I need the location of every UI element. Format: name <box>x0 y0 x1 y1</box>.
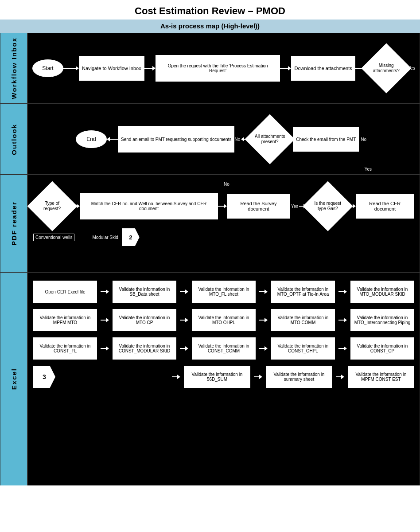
arr-r4-3 <box>336 375 344 379</box>
outlook-flow-row: End Send an email to PMT requesting supp… <box>32 121 415 157</box>
arr-r3-1 <box>101 346 109 351</box>
swimlane-outlook: Outlook End <box>0 104 420 175</box>
arrow1 <box>63 66 79 70</box>
validate-const-fl-box: Validate the information in CONST_FL <box>33 337 97 360</box>
title-text: Cost Estimation Review – PMOD <box>135 5 285 16</box>
main-title: Cost Estimation Review – PMOD <box>0 0 420 20</box>
arr-r1-4 <box>338 289 347 294</box>
swimlane-label-outlook: Outlook <box>0 104 28 174</box>
arr-r1-1 <box>101 289 109 294</box>
no-label-3: No <box>224 182 229 187</box>
read-survey-box: Read the Survey document <box>227 194 290 219</box>
arr-r2-4 <box>338 318 347 322</box>
send-email-box: Send an email to PMT requesting supporti… <box>118 126 234 153</box>
no-label-2: No <box>361 137 366 142</box>
arr-r3-2 <box>180 346 188 351</box>
modular-area: Modular Skid 2 <box>92 228 139 246</box>
arr-r4-2 <box>254 375 262 379</box>
all-attach-diamond: All attachments present? <box>250 121 289 157</box>
swimlane-workflow-inbox: Workflow Inbox Start Navigate to Workfl <box>0 33 420 104</box>
validate-const-ohpl-box: Validate the information in CONST_OHPL <box>271 337 335 360</box>
excel-row-2: Validate the information in MPFM MTO Val… <box>33 309 414 331</box>
connector-3: 3 <box>33 366 55 388</box>
arr-r3-3 <box>259 346 268 351</box>
arrow2 <box>144 66 156 70</box>
modular-skid-label: Modular Skid <box>92 235 118 240</box>
validate-56d-box: Validate the information in 56D_SUM <box>184 366 250 388</box>
swimlane-content-pdf: No Type of request? Ma <box>28 175 420 272</box>
check-email-area: Check the email from the PMT <box>293 127 359 152</box>
swimlane-label-pdf: PDF reader <box>0 175 28 272</box>
swimlane-container: Workflow Inbox Start Navigate to Workfl <box>0 33 420 485</box>
yes-label-2: Yes <box>291 204 298 209</box>
missing-attachments-diamond: Missing attachments? <box>366 51 406 86</box>
swimlane-pdf: PDF reader No Type of request? <box>0 175 420 273</box>
swimlane-content-outlook: End Send an email to PMT requesting supp… <box>28 104 420 174</box>
validate-const-cp-box: Validate the information in CONST_CP <box>350 337 414 360</box>
conv-modular-row: Conventional wells Modular Skid 2 <box>33 228 140 246</box>
swimlane-label-text-outlook: Outlook <box>10 124 18 155</box>
swimlane-excel: Excel Open CER Excel file Validate the i… <box>0 273 420 485</box>
connector-2: 2 <box>122 228 140 246</box>
validate-sb-box: Validate the information in SB_Data shee… <box>113 281 176 303</box>
arrow-read-survey <box>218 204 227 208</box>
validate-mto-mod-box: Validate the information in MTO_MODULAR … <box>350 281 414 303</box>
download-box: Download the attachments <box>291 56 355 81</box>
match-cer-box: Match the CER no. and Well no. between S… <box>80 193 218 219</box>
swimlane-label-workflow: Workflow Inbox <box>0 33 28 103</box>
swimlane-content-workflow: Start Navigate to Workflow Inbox <box>28 33 420 103</box>
excel-row-4: 3 Validate the information in 56D_SUM <box>33 366 414 388</box>
type-request-diamond: Type of request? <box>33 188 71 224</box>
swimlane-label-excel: Excel <box>0 273 28 485</box>
arr-r3-4 <box>338 346 347 351</box>
open-cer-box: Open CER Excel file <box>33 281 97 303</box>
arr-r2-1 <box>101 318 109 322</box>
excel-row-3: Validate the information in CONST_FL Val… <box>33 337 414 360</box>
conv-label-area: Conventional wells <box>33 234 74 241</box>
validate-mpfm-box: Validate the information in MPFM MTO <box>33 309 97 331</box>
open-request-box: Open the request with the Title 'Process… <box>156 55 280 82</box>
arrow3 <box>280 66 291 70</box>
subtitle-text: As-is process map (High-level)) <box>160 22 260 30</box>
end-oval: End <box>76 130 107 148</box>
arr-r4-1 <box>172 375 180 379</box>
is-gas-diamond: Is the request type Gas? <box>309 188 346 224</box>
conv-wells-label: Conventional wells <box>33 234 74 241</box>
excel-row-1: Open CER Excel file Validate the informa… <box>33 281 414 303</box>
arr-r1-3 <box>259 289 268 294</box>
workflow-flow-row: Start Navigate to Workflow Inbox <box>32 51 415 86</box>
validate-const-mod-box: Validate the information in CONST_MODULA… <box>113 337 176 360</box>
validate-comm-box: Validate the information in MTO COMM <box>271 309 335 331</box>
pdf-flow-row: Type of request? Match the CER no. and W… <box>33 188 414 224</box>
validate-mto-fl-box: Validate the information in MTO_FL sheet <box>192 281 256 303</box>
validate-const-comm-box: Validate the information in CONST_COMM <box>192 337 256 360</box>
validate-ohpl-box: Validate the information in MTO OHPL <box>192 309 256 331</box>
page: Cost Estimation Review – PMOD As-is proc… <box>0 0 420 485</box>
validate-mpfm-const-box: Validate the information in MPFM CONST E… <box>348 366 414 388</box>
no-label-1: No <box>234 137 240 142</box>
validate-mto-optf-box: Validate the information in MTO_OPTF at … <box>271 281 335 303</box>
validate-mto-cp-box: Validate the information in MTO CP <box>113 309 176 331</box>
validate-intercon-box: Validate the information in MTO_Intercon… <box>350 309 414 331</box>
check-email-box: Check the email from the PMT <box>293 127 359 152</box>
no-label-top: No <box>224 180 229 188</box>
navigate-box: Navigate to Workflow Inbox <box>79 56 144 81</box>
read-cer-box: Read the CER document <box>356 194 414 219</box>
subtitle-bar: As-is process map (High-level)) <box>0 20 420 33</box>
swimlane-label-text: Workflow Inbox <box>10 37 18 99</box>
swimlane-content-excel: Open CER Excel file Validate the informa… <box>28 273 420 485</box>
arr-r2-3 <box>259 318 268 322</box>
yes-label-bottom: Yes <box>365 167 372 172</box>
validate-summary-box: Validate the information in summary shee… <box>266 366 332 388</box>
arr-r1-2 <box>180 289 188 294</box>
arr-r2-2 <box>180 318 188 322</box>
arrow-end <box>107 137 118 141</box>
swimlane-label-text-excel: Excel <box>10 368 18 390</box>
swimlane-label-text-pdf: PDF reader <box>10 201 18 246</box>
start-oval: Start <box>32 59 63 77</box>
